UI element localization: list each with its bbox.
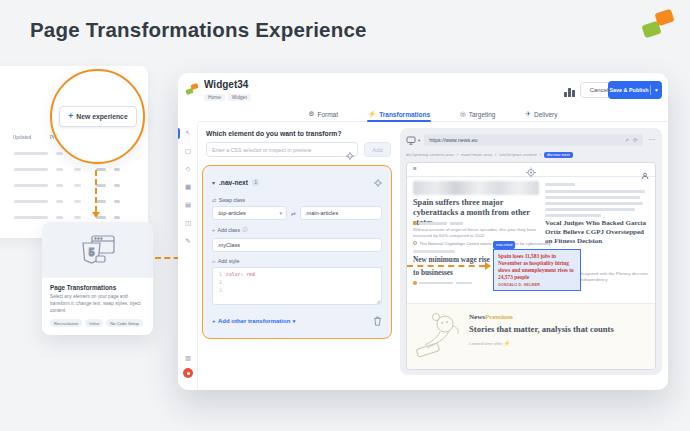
delete-transformation-icon[interactable] <box>373 312 382 330</box>
chevron-down-icon[interactable]: ▾ <box>651 87 662 93</box>
promo-offer: Limited time offer ⚡ <box>469 340 510 346</box>
transformation-header: ▾ .nav-next 1 <box>212 173 382 191</box>
add-selector-button[interactable]: Add <box>364 142 391 157</box>
sidebar-kicker-skeleton <box>545 183 575 186</box>
add-class-input[interactable] <box>212 238 382 252</box>
open-external-icon[interactable]: ↗ <box>625 137 629 143</box>
sidebar-text-skeleton <box>545 196 640 199</box>
news-site-emblem-icon[interactable] <box>526 164 537 182</box>
refresh-icon[interactable]: ⟳ <box>633 137 637 143</box>
path-segment[interactable]: article#post-content <box>499 152 537 157</box>
arrow-to-nav-next <box>407 265 485 267</box>
code-line: 2 <box>213 279 381 287</box>
sidebar-text-skeleton <box>545 190 645 193</box>
tab-format[interactable]: ⚙ Format <box>308 104 339 121</box>
app-logo-icon <box>186 83 199 96</box>
breadcrumb-home[interactable]: Home <box>204 94 225 101</box>
swap-to-input[interactable] <box>300 206 382 220</box>
main-byline <box>413 222 463 226</box>
selected-element-badge[interactable]: div.nav-next <box>544 152 573 158</box>
table-row <box>12 196 138 208</box>
new-experience-button[interactable]: + New experience <box>59 106 137 127</box>
path-separator: / <box>457 152 458 157</box>
hamburger-menu-icon[interactable]: ≡ <box>413 166 417 173</box>
card-body: Page Transformations Select any element … <box>42 278 153 333</box>
url-bar[interactable]: https://www.news.eu ↗ ⟳ <box>424 134 642 146</box>
docs-icon[interactable]: ▥ <box>178 354 198 362</box>
preview-menu-icon[interactable]: ⋯ <box>649 136 657 144</box>
second-byline <box>413 281 472 285</box>
sidebar-text-skeleton <box>545 208 635 211</box>
brand-logo-orange-shape <box>654 9 674 27</box>
add-class-label: Add class <box>218 227 241 233</box>
plus-icon: + <box>212 227 215 233</box>
kicker-skeleton <box>413 250 455 253</box>
tab-transformations[interactable]: ⚡ Transformations <box>367 104 431 121</box>
blocks-icon[interactable]: ▤ <box>178 201 198 209</box>
swap-from-select[interactable]: .top-articles ▾ <box>212 206 287 220</box>
author-icon <box>413 281 417 285</box>
swap-from-value: .top-articles <box>217 210 246 216</box>
page: Page Transformations Experience Updated … <box>0 0 690 431</box>
tab-delivery[interactable]: ✈ Delivery <box>524 104 558 121</box>
save-publish-button[interactable]: Save & Publish ▾ <box>608 81 662 99</box>
table-row <box>12 164 138 176</box>
nav-next-tag: nav-next <box>493 241 515 249</box>
style-code-editor[interactable]: 1 color: red 2 3 ◢ <box>212 267 382 305</box>
resize-handle-icon[interactable]: ◢ <box>376 298 380 304</box>
widget-title: Widget34 <box>204 79 248 90</box>
sidebar-text-skeleton <box>545 214 601 217</box>
styles-icon[interactable]: ◇ <box>178 165 198 173</box>
inspect-crosshair-icon[interactable] <box>346 146 354 164</box>
promo-brand-premium: Premium <box>485 313 513 321</box>
info-icon[interactable]: ⓘ <box>243 226 248 233</box>
plus-icon: + <box>68 112 73 121</box>
path-segment[interactable]: main#main-area <box>461 152 492 157</box>
breadcrumb-widget[interactable]: Widget <box>228 94 251 101</box>
path-segment[interactable]: div#primary-content-area <box>406 152 454 157</box>
media-icon[interactable]: ◫ <box>178 219 198 227</box>
page-title: Page Transformations Experience <box>30 18 367 42</box>
promo-brand: NewsPremium <box>469 313 513 321</box>
analytics-icon[interactable] <box>564 84 578 97</box>
site-preview-viewport: ≡ Spain suffers three major cyb <box>406 162 656 370</box>
page-transformations-card[interactable]: 5 Page Transformations Select any elemen… <box>42 222 153 335</box>
second-headline-top[interactable]: New minimum wage rise <box>413 255 490 264</box>
plus-icon: + <box>212 318 216 324</box>
nav-next-byline: GONZALO D. HELMER <box>498 283 576 287</box>
mascot-doodle-illustration <box>415 310 463 368</box>
collapse-chevron-icon[interactable]: ▾ <box>212 179 215 186</box>
tab-delivery-label: Delivery <box>534 111 557 118</box>
delivery-icon: ✈ <box>525 110 530 118</box>
inspect-icon[interactable]: ↖ <box>178 129 198 137</box>
promo-offer-text: Limited time offer <box>469 341 503 346</box>
preview-toolbar: ▾ https://www.news.eu ↗ ⟳ ⋯ <box>406 133 656 147</box>
news-premium-promo[interactable]: NewsPremium Stories that matter, analysi… <box>407 303 655 370</box>
path-separator: / <box>495 152 496 157</box>
add-other-transformation-button[interactable]: + Add other transformation ▾ <box>212 318 295 324</box>
brand-logo-icon <box>643 9 677 41</box>
line-number: 1 <box>213 271 226 279</box>
table-column-updated: Updated <box>13 135 31 140</box>
second-headline-bottom[interactable]: to businesses <box>413 268 453 277</box>
help-widget-icon[interactable] <box>183 368 193 378</box>
bullet-text[interactable]: The National Cryptologic Centre warns: “… <box>420 241 552 246</box>
sidebar-headline[interactable]: Vocal Judges Who Backed García Ortiz Bel… <box>545 219 651 246</box>
device-selector[interactable]: ▾ <box>406 136 420 145</box>
promo-headline: Stories that matter, analysis that count… <box>469 324 654 334</box>
code-icon: ‹› <box>212 258 215 264</box>
swap-class-label: Swap class <box>219 197 245 203</box>
layers-icon[interactable]: ▢ <box>178 147 198 155</box>
sidebar-text-skeleton <box>545 202 643 205</box>
edit-icon[interactable]: ✎ <box>178 237 198 245</box>
add-style-label: Add style <box>218 258 239 264</box>
app-window: Widget34 Home Widget Cancel Save & Publi… <box>178 73 668 390</box>
css-selector-input[interactable] <box>206 142 358 157</box>
code-text: color: red <box>226 271 255 279</box>
nav-next-selected-element[interactable]: Spain loses 11,583 jobs in November as h… <box>493 249 581 291</box>
target-crosshair-icon[interactable] <box>374 173 382 191</box>
account-icon[interactable] <box>641 166 649 184</box>
layout-icon[interactable]: ▦ <box>178 183 198 191</box>
swap-class-row: .top-articles ▾ ⇄ <box>212 206 382 220</box>
tab-targeting[interactable]: ◎ Targeting <box>459 104 496 121</box>
